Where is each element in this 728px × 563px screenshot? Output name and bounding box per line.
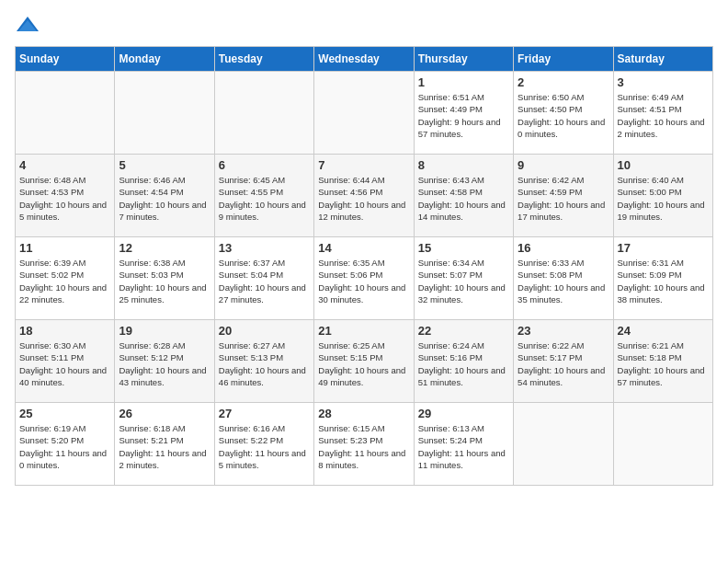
calendar-cell: 15Sunrise: 6:34 AMSunset: 5:07 PMDayligh… <box>414 237 513 320</box>
calendar-cell: 16Sunrise: 6:33 AMSunset: 5:08 PMDayligh… <box>514 237 613 320</box>
calendar-cell: 21Sunrise: 6:25 AMSunset: 5:15 PMDayligh… <box>314 320 414 403</box>
calendar-body: 1Sunrise: 6:51 AMSunset: 4:49 PMDaylight… <box>16 72 713 486</box>
weekday-wednesday: Wednesday <box>314 47 414 72</box>
day-info: Sunrise: 6:31 AMSunset: 5:09 PMDaylight:… <box>618 257 709 305</box>
calendar-cell: 22Sunrise: 6:24 AMSunset: 5:16 PMDayligh… <box>414 320 513 403</box>
day-info: Sunrise: 6:25 AMSunset: 5:15 PMDaylight:… <box>318 339 409 388</box>
day-info: Sunrise: 6:43 AMSunset: 4:58 PMDaylight:… <box>418 174 509 223</box>
day-info: Sunrise: 6:50 AMSunset: 4:50 PMDaylight:… <box>518 91 609 140</box>
calendar-cell <box>613 403 712 486</box>
day-info: Sunrise: 6:42 AMSunset: 4:59 PMDaylight:… <box>518 174 609 223</box>
calendar-cell: 13Sunrise: 6:37 AMSunset: 5:04 PMDayligh… <box>214 237 313 320</box>
day-number: 29 <box>418 407 509 420</box>
day-number: 17 <box>618 241 709 255</box>
day-info: Sunrise: 6:49 AMSunset: 4:51 PMDaylight:… <box>618 91 709 140</box>
day-number: 20 <box>219 324 310 338</box>
day-number: 24 <box>618 324 709 338</box>
calendar-table: SundayMondayTuesdayWednesdayThursdayFrid… <box>15 46 713 486</box>
calendar-cell: 11Sunrise: 6:39 AMSunset: 5:02 PMDayligh… <box>16 237 115 320</box>
day-number: 5 <box>119 158 210 172</box>
calendar-week-3: 11Sunrise: 6:39 AMSunset: 5:02 PMDayligh… <box>16 237 713 320</box>
day-info: Sunrise: 6:45 AMSunset: 4:55 PMDaylight:… <box>219 174 310 223</box>
calendar-cell: 14Sunrise: 6:35 AMSunset: 5:06 PMDayligh… <box>314 237 414 320</box>
day-number: 12 <box>119 241 210 255</box>
day-number: 25 <box>19 407 110 420</box>
day-number: 15 <box>418 241 509 255</box>
day-info: Sunrise: 6:27 AMSunset: 5:13 PMDaylight:… <box>219 339 310 388</box>
calendar-cell: 24Sunrise: 6:21 AMSunset: 5:18 PMDayligh… <box>613 320 712 403</box>
day-number: 3 <box>618 75 709 89</box>
calendar-cell: 12Sunrise: 6:38 AMSunset: 5:03 PMDayligh… <box>115 237 214 320</box>
day-number: 11 <box>19 241 110 255</box>
day-number: 2 <box>518 75 609 89</box>
logo <box>15 15 44 35</box>
calendar-cell: 7Sunrise: 6:44 AMSunset: 4:56 PMDaylight… <box>314 155 414 237</box>
day-info: Sunrise: 6:21 AMSunset: 5:18 PMDaylight:… <box>618 339 709 388</box>
calendar-cell: 8Sunrise: 6:43 AMSunset: 4:58 PMDaylight… <box>414 155 513 237</box>
day-info: Sunrise: 6:34 AMSunset: 5:07 PMDaylight:… <box>418 257 509 305</box>
calendar-cell: 17Sunrise: 6:31 AMSunset: 5:09 PMDayligh… <box>613 237 712 320</box>
day-number: 4 <box>19 158 110 172</box>
day-number: 21 <box>318 324 409 338</box>
calendar-week-2: 4Sunrise: 6:48 AMSunset: 4:53 PMDaylight… <box>16 155 713 237</box>
day-number: 13 <box>219 241 310 255</box>
weekday-thursday: Thursday <box>414 47 513 72</box>
day-number: 1 <box>418 75 509 89</box>
weekday-monday: Monday <box>115 47 214 72</box>
day-number: 22 <box>418 324 509 338</box>
day-info: Sunrise: 6:40 AMSunset: 5:00 PMDaylight:… <box>618 174 709 223</box>
day-number: 14 <box>318 241 409 255</box>
weekday-tuesday: Tuesday <box>214 47 313 72</box>
calendar-cell: 19Sunrise: 6:28 AMSunset: 5:12 PMDayligh… <box>115 320 214 403</box>
calendar-cell <box>115 72 214 155</box>
day-info: Sunrise: 6:39 AMSunset: 5:02 PMDaylight:… <box>19 257 110 305</box>
day-number: 28 <box>318 407 409 420</box>
day-number: 8 <box>418 158 509 172</box>
calendar-cell: 27Sunrise: 6:16 AMSunset: 5:22 PMDayligh… <box>214 403 313 486</box>
day-info: Sunrise: 6:30 AMSunset: 5:11 PMDaylight:… <box>19 339 110 388</box>
calendar-cell: 6Sunrise: 6:45 AMSunset: 4:55 PMDaylight… <box>214 155 313 237</box>
day-info: Sunrise: 6:46 AMSunset: 4:54 PMDaylight:… <box>119 174 210 223</box>
calendar-cell <box>514 403 613 486</box>
calendar-week-1: 1Sunrise: 6:51 AMSunset: 4:49 PMDaylight… <box>16 72 713 155</box>
calendar-cell: 20Sunrise: 6:27 AMSunset: 5:13 PMDayligh… <box>214 320 313 403</box>
calendar-cell: 3Sunrise: 6:49 AMSunset: 4:51 PMDaylight… <box>613 72 712 155</box>
day-number: 9 <box>518 158 609 172</box>
weekday-friday: Friday <box>514 47 613 72</box>
calendar-cell: 10Sunrise: 6:40 AMSunset: 5:00 PMDayligh… <box>613 155 712 237</box>
page-header <box>15 15 713 35</box>
calendar-cell: 23Sunrise: 6:22 AMSunset: 5:17 PMDayligh… <box>514 320 613 403</box>
day-number: 6 <box>219 158 310 172</box>
calendar-week-5: 25Sunrise: 6:19 AMSunset: 5:20 PMDayligh… <box>16 403 713 486</box>
day-number: 26 <box>119 407 210 420</box>
day-info: Sunrise: 6:48 AMSunset: 4:53 PMDaylight:… <box>19 174 110 223</box>
calendar-cell: 2Sunrise: 6:50 AMSunset: 4:50 PMDaylight… <box>514 72 613 155</box>
day-info: Sunrise: 6:51 AMSunset: 4:49 PMDaylight:… <box>418 91 509 140</box>
day-info: Sunrise: 6:16 AMSunset: 5:22 PMDaylight:… <box>219 422 310 471</box>
day-info: Sunrise: 6:28 AMSunset: 5:12 PMDaylight:… <box>119 339 210 388</box>
day-number: 7 <box>318 158 409 172</box>
weekday-sunday: Sunday <box>16 47 115 72</box>
day-number: 18 <box>19 324 110 338</box>
calendar-cell: 26Sunrise: 6:18 AMSunset: 5:21 PMDayligh… <box>115 403 214 486</box>
weekday-header-row: SundayMondayTuesdayWednesdayThursdayFrid… <box>16 47 713 72</box>
day-number: 10 <box>618 158 709 172</box>
calendar-week-4: 18Sunrise: 6:30 AMSunset: 5:11 PMDayligh… <box>16 320 713 403</box>
day-number: 27 <box>219 407 310 420</box>
calendar-cell: 28Sunrise: 6:15 AMSunset: 5:23 PMDayligh… <box>314 403 414 486</box>
day-info: Sunrise: 6:24 AMSunset: 5:16 PMDaylight:… <box>418 339 509 388</box>
day-info: Sunrise: 6:15 AMSunset: 5:23 PMDaylight:… <box>318 422 409 471</box>
calendar-cell: 5Sunrise: 6:46 AMSunset: 4:54 PMDaylight… <box>115 155 214 237</box>
calendar-cell <box>214 72 313 155</box>
calendar-cell: 9Sunrise: 6:42 AMSunset: 4:59 PMDaylight… <box>514 155 613 237</box>
day-info: Sunrise: 6:35 AMSunset: 5:06 PMDaylight:… <box>318 257 409 305</box>
day-info: Sunrise: 6:19 AMSunset: 5:20 PMDaylight:… <box>19 422 110 471</box>
logo-icon <box>15 15 40 35</box>
day-info: Sunrise: 6:38 AMSunset: 5:03 PMDaylight:… <box>119 257 210 305</box>
day-info: Sunrise: 6:44 AMSunset: 4:56 PMDaylight:… <box>318 174 409 223</box>
day-info: Sunrise: 6:33 AMSunset: 5:08 PMDaylight:… <box>518 257 609 305</box>
calendar-cell: 29Sunrise: 6:13 AMSunset: 5:24 PMDayligh… <box>414 403 513 486</box>
day-info: Sunrise: 6:13 AMSunset: 5:24 PMDaylight:… <box>418 422 509 471</box>
calendar-cell: 18Sunrise: 6:30 AMSunset: 5:11 PMDayligh… <box>16 320 115 403</box>
day-number: 23 <box>518 324 609 338</box>
